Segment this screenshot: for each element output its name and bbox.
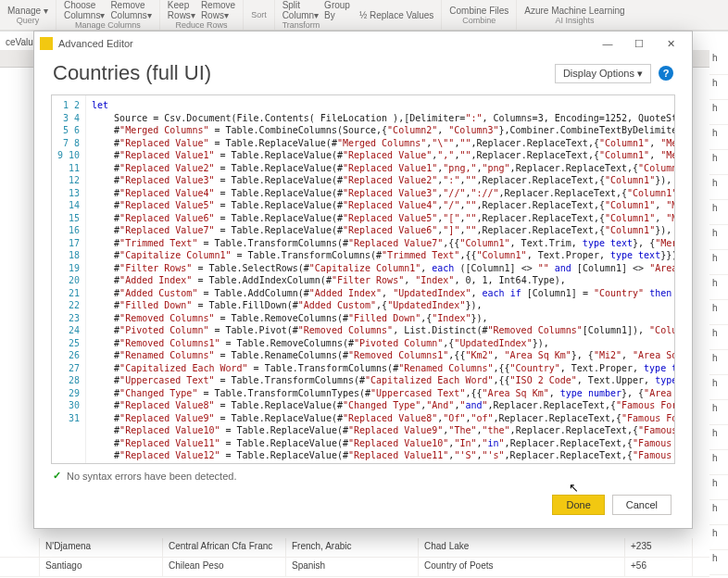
dialog-titlebar: Advanced Editor — ☐ ✕ [34,31,692,56]
minimize-button[interactable]: — [592,34,623,53]
code-editor[interactable]: 1 2 3 4 5 6 7 8 9 10 11 12 13 14 15 16 1… [51,94,675,464]
check-icon: ✓ [53,470,61,482]
manage-menu[interactable]: Manage ▾ [7,6,48,16]
dialog-title: Advanced Editor [58,38,133,49]
ribbon: Manage ▾ Query ChooseColumns▾ RemoveColu… [0,0,728,31]
ribbon-group-query: Manage ▾ Query [0,0,56,30]
powerbi-icon [40,37,53,50]
ribbon-group-ai: Azure Machine Learning AI Insights [517,0,632,30]
remove-columns[interactable]: RemoveColumns▾ [110,0,151,20]
ribbon-group-reduce-rows: KeepRows▾ RemoveRows▾ Reduce Rows [160,0,244,30]
cancel-button[interactable]: Cancel [612,495,672,515]
choose-columns[interactable]: ChooseColumns▾ [64,0,105,20]
help-icon[interactable]: ? [659,66,673,81]
right-peek-column: hhhhhhhhhhhhhhhhhhhhhhhhhhh [709,50,728,578]
azure-ml[interactable]: Azure Machine Learning [524,6,624,16]
code-area[interactable]: let Source = Csv.Document(File.Contents(… [86,95,674,463]
maximize-button[interactable]: ☐ [623,34,655,53]
table-row[interactable]: N'Djamena Central African Cfa Franc Fren… [0,538,728,558]
display-options-dropdown[interactable]: Display Options ▾ [555,64,651,83]
group-by[interactable]: GroupBy [324,0,350,20]
combine-files[interactable]: Combine Files [449,6,508,16]
mouse-cursor-icon: ↖ [569,481,579,495]
replace-values[interactable]: ½ Replace Values [359,10,433,20]
query-name: Countries (full UI) [53,61,211,85]
line-gutter: 1 2 3 4 5 6 7 8 9 10 11 12 13 14 15 16 1… [52,95,86,463]
syntax-status: ✓ No syntax errors have been detected. [34,464,692,487]
ribbon-group-transform: SplitColumn▾ GroupBy Transform ½ Replace… [275,0,443,30]
table-row[interactable]: Santiago Chilean Peso Spanish Country of… [0,558,728,577]
ribbon-group-manage-columns: ChooseColumns▾ RemoveColumns▾ Manage Col… [56,0,160,30]
done-button[interactable]: Done [552,495,604,515]
close-button[interactable]: ✕ [655,34,686,53]
split-column[interactable]: SplitColumn▾ [282,0,319,20]
ribbon-group-sort: Sort [244,0,275,30]
ribbon-group-combine: Combine Files Combine [442,0,517,30]
remove-rows[interactable]: RemoveRows▾ [201,0,235,20]
advanced-editor-dialog: Advanced Editor — ☐ ✕ Countries (full UI… [33,31,693,529]
keep-rows[interactable]: KeepRows▾ [168,0,195,20]
